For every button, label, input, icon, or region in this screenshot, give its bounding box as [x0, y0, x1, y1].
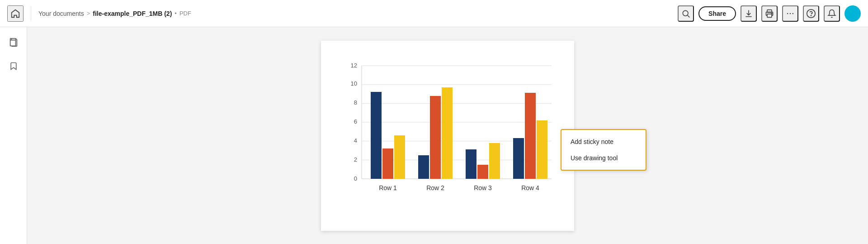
content-area: 0 2 4 6 8 10 12	[27, 27, 868, 244]
svg-text:Row 3: Row 3	[474, 184, 492, 191]
more-options-button[interactable]	[782, 5, 798, 22]
svg-text:Row 1: Row 1	[379, 184, 397, 191]
bar-row3-red	[477, 165, 488, 179]
breadcrumb: Your documents > file-example_PDF_1MB (2…	[38, 10, 191, 17]
bar-row4-yellow	[537, 120, 547, 179]
svg-point-4	[771, 13, 772, 14]
bar-row3-yellow	[489, 143, 500, 179]
print-button[interactable]	[761, 5, 778, 22]
topbar: Your documents > file-example_PDF_1MB (2…	[0, 0, 868, 27]
svg-text:2: 2	[354, 156, 357, 163]
svg-point-0	[683, 10, 688, 16]
sidebar-icon-document[interactable]	[5, 34, 22, 51]
breadcrumb-chevron: >	[87, 10, 90, 17]
avatar[interactable]	[844, 5, 861, 22]
bar-row2-yellow	[442, 87, 453, 179]
sidebar	[0, 27, 27, 244]
svg-point-6	[790, 13, 791, 14]
bar-row4-blue	[513, 138, 524, 179]
svg-line-1	[688, 15, 690, 17]
svg-text:8: 8	[354, 99, 357, 106]
use-drawing-tool-item[interactable]: Use drawing tool	[561, 150, 646, 166]
svg-text:10: 10	[351, 80, 357, 87]
bar-row4-red	[525, 93, 536, 179]
chart-container: 0 2 4 6 8 10 12	[339, 54, 556, 208]
bar-row1-red	[382, 148, 393, 179]
bar-row1-blue	[371, 92, 382, 179]
notifications-button[interactable]	[824, 5, 840, 22]
breadcrumb-dot: •	[175, 10, 177, 17]
svg-point-5	[787, 13, 788, 14]
sidebar-icon-bookmark[interactable]	[5, 58, 22, 74]
context-popup: Add sticky note Use drawing tool	[561, 129, 646, 171]
add-sticky-note-item[interactable]: Add sticky note	[561, 134, 646, 150]
svg-point-7	[793, 13, 794, 14]
bar-row3-blue	[466, 149, 476, 179]
breadcrumb-parent[interactable]: Your documents	[38, 10, 84, 17]
home-button[interactable]	[7, 5, 24, 22]
svg-rect-10	[10, 38, 15, 46]
svg-rect-3	[767, 14, 772, 17]
breadcrumb-type: PDF	[179, 10, 191, 17]
svg-text:6: 6	[354, 118, 357, 125]
share-button[interactable]: Share	[698, 6, 736, 21]
topbar-left: Your documents > file-example_PDF_1MB (2…	[7, 5, 678, 22]
breadcrumb-filename: file-example_PDF_1MB (2)	[93, 10, 172, 17]
download-button[interactable]	[741, 5, 757, 22]
bar-row1-yellow	[394, 135, 405, 179]
topbar-divider	[31, 6, 31, 21]
svg-text:12: 12	[351, 62, 357, 69]
svg-text:0: 0	[354, 175, 357, 182]
svg-text:Row 2: Row 2	[426, 184, 444, 191]
main-layout: 0 2 4 6 8 10 12	[0, 27, 868, 244]
bar-row2-blue	[418, 155, 429, 179]
svg-text:4: 4	[354, 137, 357, 144]
help-button[interactable]	[803, 5, 819, 22]
topbar-right: Share	[678, 5, 861, 22]
search-button[interactable]	[678, 5, 694, 22]
svg-text:Row 4: Row 4	[521, 184, 539, 191]
bar-chart: 0 2 4 6 8 10 12	[339, 54, 556, 208]
bar-row2-red	[430, 96, 441, 179]
document-page: 0 2 4 6 8 10 12	[321, 41, 574, 231]
